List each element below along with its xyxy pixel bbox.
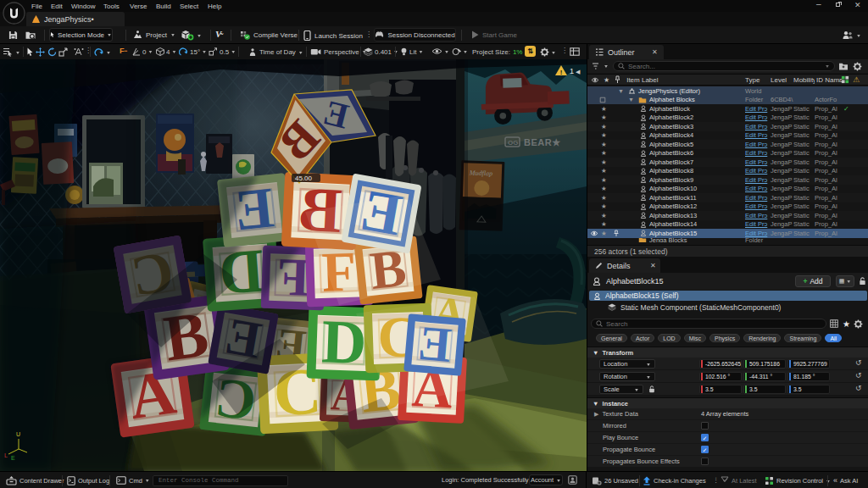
- svg-text:1: 1: [570, 67, 574, 75]
- svg-text:E: E: [11, 455, 15, 461]
- svg-text:◀: ◀: [576, 69, 581, 75]
- svg-text:L: L: [4, 452, 8, 458]
- svg-text:!: !: [560, 69, 563, 76]
- svg-text:45.00: 45.00: [295, 175, 313, 182]
- svg-text:U: U: [16, 431, 20, 437]
